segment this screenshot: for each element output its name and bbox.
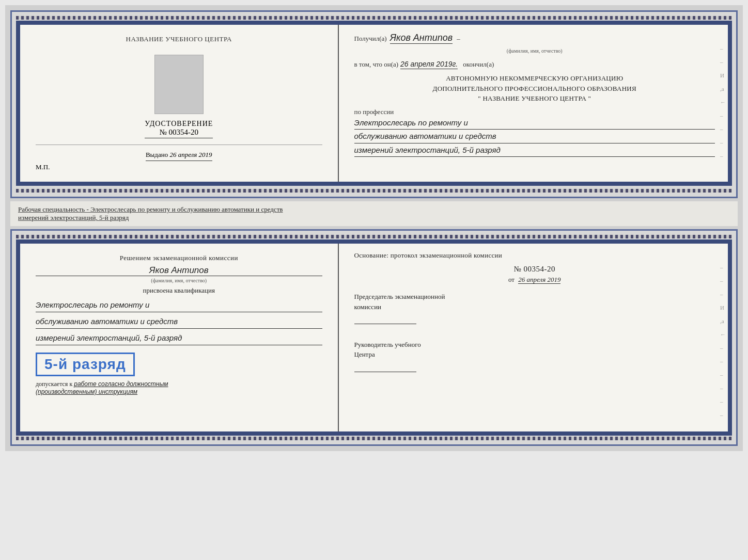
cert-number-top: № 00354-20: [145, 128, 213, 138]
side-right-marks-bottom: – – – И ,а ← – – – – – –: [720, 264, 726, 418]
top-certificate: НАЗВАНИЕ УЧЕБНОГО ЦЕНТРА УДОСТОВЕРЕНИЕ №…: [10, 10, 738, 198]
middle-text-line1: Рабочая специальность - Электрослесарь п…: [18, 205, 730, 214]
vtom-line: в том, что он(а) 26 апреля 2019г. окончи…: [354, 60, 715, 69]
predsedatel-block: Председатель экзаменационной комиссии: [354, 292, 715, 329]
fio-handwritten-top: Яков Антипов: [390, 33, 453, 44]
org-block: АВТОНОМНУЮ НЕКОММЕРЧЕСКУЮ ОРГАНИЗАЦИЮ ДО…: [354, 73, 715, 104]
poluchil-label: Получил(а): [354, 35, 387, 43]
qual-line2: обслуживанию автоматики и средств: [36, 314, 322, 329]
middle-text-block: Рабочая специальность - Электрослесарь п…: [10, 201, 738, 226]
predsedatel-line1: Председатель экзаменационной: [354, 292, 715, 302]
dash-top: –: [457, 35, 460, 43]
cert-bottom-right: Основание: протокол экзаменационной коми…: [339, 244, 728, 431]
prisvoena-label: присвоена квалификация: [36, 286, 322, 295]
vydano-block: Выдано 26 апреля 2019: [146, 151, 212, 161]
org-line1: АВТОНОМНУЮ НЕКОММЕРЧЕСКУЮ ОРГАНИЗАЦИЮ: [354, 73, 715, 84]
qual-line3: измерений электростанций, 5-й разряд: [36, 331, 322, 345]
profession-line2: обслуживанию автоматики и средств: [354, 130, 715, 143]
rukovoditel-line1: Руководитель учебного: [354, 340, 715, 350]
bottom-stripe: [16, 189, 732, 193]
rukovoditel-line2: Центра: [354, 349, 715, 360]
profession-block-top: по профессии Электрослесарь по ремонту и…: [354, 108, 715, 157]
dopuskaetsya-prefix: допускается к: [36, 380, 72, 388]
photo-placeholder: [154, 55, 204, 114]
protocol-date-line: от 26 апреля 2019: [354, 276, 715, 284]
school-name-top: НАЗВАНИЕ УЧЕБНОГО ЦЕНТРА: [126, 35, 232, 43]
cert-bottom-left: Решением экзаменационной комиссии Яков А…: [20, 244, 339, 431]
vtom-date: 26 апреля 2019г.: [400, 60, 458, 69]
po-professii-label: по профессии: [354, 108, 715, 116]
org-line2: ДОПОЛНИТЕЛЬНОГО ПРОФЕССИОНАЛЬНОГО ОБРАЗО…: [354, 84, 715, 94]
dopuskaetsya-italic: работе согласно должностным: [74, 380, 168, 388]
okончил-label: окончил(а): [463, 60, 494, 69]
spacer-line: [36, 145, 322, 145]
vydano-label: Выдано: [146, 151, 168, 158]
fio-bottom-block: Яков Антипов (фамилия, имя, отчество): [36, 265, 322, 283]
cert-top-right: Получил(а) Яков Антипов – (фамилия, имя,…: [339, 25, 728, 182]
mp-label: М.П.: [36, 163, 50, 171]
protocol-date: 26 апреля 2019: [518, 276, 560, 284]
dopuskaetsya-italic2: (производственным) инструкциям: [36, 388, 322, 395]
cert-top-content: НАЗВАНИЕ УЧЕБНОГО ЦЕНТРА УДОСТОВЕРЕНИЕ №…: [16, 21, 732, 186]
middle-text-line2: измерений электростанций, 5-й разряд: [18, 214, 730, 222]
bottom-certificate: Решением экзаменационной комиссии Яков А…: [10, 229, 738, 446]
profession-line3: измерений электростанций, 5-й разряд: [354, 143, 715, 157]
fio-subtext-top: (фамилия, имя, отчество): [354, 48, 715, 54]
vydano-date: 26 апреля 2019: [169, 151, 212, 158]
page-wrapper: НАЗВАНИЕ УЧЕБНОГО ЦЕНТРА УДОСТОВЕРЕНИЕ №…: [5, 5, 743, 451]
cert-bottom-content: Решением экзаменационной комиссии Яков А…: [16, 239, 732, 436]
fio-handwritten-bottom: Яков Антипов: [36, 265, 322, 276]
protocol-number: № 00354-20: [354, 265, 715, 274]
razryad-badge-block: 5-й разряд: [36, 348, 322, 380]
dopuskaetsya-block: допускается к работе согласно должностны…: [36, 380, 322, 395]
rukovoditel-signature-line: [354, 362, 416, 372]
top-stripe: [16, 16, 732, 20]
bottom-cert-top-stripe: [16, 235, 732, 238]
profession-line1: Электрослесарь по ремонту и: [354, 116, 715, 130]
predsedatel-signature-line: [354, 314, 416, 324]
osnov-label: Основание: протокол экзаменационной коми…: [354, 251, 715, 260]
org-line3: " НАЗВАНИЕ УЧЕБНОГО ЦЕНТРА ": [354, 93, 715, 104]
protocol-date-prefix: от: [508, 276, 515, 283]
bottom-cert-bottom-stripe: [16, 437, 732, 440]
razryad-badge: 5-й разряд: [36, 353, 135, 376]
vtom-label: в том, что он(а): [354, 60, 399, 69]
cert-top-left: НАЗВАНИЕ УЧЕБНОГО ЦЕНТРА УДОСТОВЕРЕНИЕ №…: [20, 25, 339, 182]
rukovoditel-block: Руководитель учебного Центра: [354, 340, 715, 377]
predsedatel-line2: комиссии: [354, 302, 715, 312]
poluchil-line: Получил(а) Яков Антипов –: [354, 33, 715, 44]
qual-line1: Электрослесарь по ремонту и: [36, 298, 322, 312]
decision-title: Решением экзаменационной комиссии: [36, 254, 322, 262]
fio-subtext-bottom: (фамилия, имя, отчество): [36, 278, 322, 283]
udostoverenie-block: УДОСТОВЕРЕНИЕ № 00354-20: [145, 120, 213, 138]
side-right-marks: – – И ,а ← – – – –: [720, 45, 726, 159]
udostoverenie-label: УДОСТОВЕРЕНИЕ: [145, 120, 213, 128]
